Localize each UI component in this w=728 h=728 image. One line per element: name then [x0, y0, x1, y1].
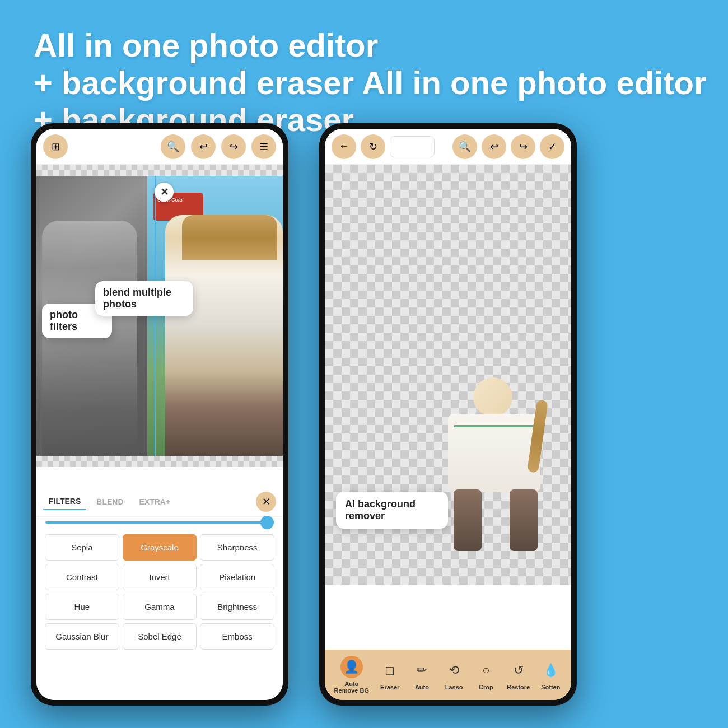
- photo-area-left: Coca-Cola ✕ photofilters: [36, 176, 283, 456]
- phone-left-screen: ⊞ 🔍 ↩ ↪ ☰: [36, 129, 283, 700]
- extracted-person: [431, 372, 554, 551]
- tab-extra[interactable]: EXTRA+: [134, 494, 176, 510]
- phone-right-screen: ← ↻ 🔍 ↩ ↪ ✓: [325, 129, 571, 700]
- legs-shape: [454, 489, 482, 551]
- close-compare-button[interactable]: ✕: [155, 183, 174, 202]
- filter-pixelation[interactable]: Pixelation: [200, 564, 274, 590]
- undo-icon-right: ↩: [490, 141, 498, 153]
- filter-slider[interactable]: [45, 521, 274, 524]
- redo-icon-right: ↪: [519, 141, 528, 153]
- tool-lasso[interactable]: ⟲ Lasso: [443, 659, 465, 690]
- search-button-right[interactable]: 🔍: [452, 134, 477, 159]
- auto-remove-icon: 👤: [340, 656, 363, 678]
- redo-button-right[interactable]: ↪: [511, 134, 535, 159]
- search-icon-right: 🔍: [459, 141, 471, 153]
- confirm-button-right[interactable]: ✓: [540, 134, 564, 159]
- tool-soften[interactable]: 💧 Soften: [539, 659, 562, 690]
- necklace-shape: [454, 425, 535, 427]
- tool-eraser[interactable]: ◻ Eraser: [379, 659, 401, 690]
- callout-blend: blend multiplephotos: [95, 281, 193, 316]
- refresh-icon: ↻: [369, 141, 377, 153]
- left-toolbar: ⊞ 🔍 ↩ ↪ ☰: [36, 129, 283, 165]
- person-shape-right: [431, 372, 554, 551]
- undo-icon-left: ↩: [199, 141, 208, 153]
- crop-label: Crop: [479, 684, 493, 690]
- filter-invert[interactable]: Invert: [123, 564, 197, 590]
- soften-icon: 💧: [539, 659, 562, 682]
- callout-ai-text: AI backgroundremover: [345, 498, 416, 521]
- phone-right: ← ↻ 🔍 ↩ ↪ ✓: [319, 123, 577, 706]
- bottom-toolbar-right: 👤 AutoRemove BG ◻ Eraser ✏ Auto ⟲ Lasso …: [325, 650, 571, 700]
- close-panel-icon: ✕: [262, 496, 270, 508]
- auto-icon: ✏: [410, 659, 433, 682]
- layers-icon: ⊞: [52, 141, 60, 153]
- lasso-icon: ⟲: [443, 659, 465, 682]
- photo-color-half: Coca-Cola: [147, 176, 283, 456]
- search-button-left[interactable]: 🔍: [161, 134, 185, 159]
- back-icon: ←: [339, 141, 349, 152]
- filter-grayscale[interactable]: Grayscale: [123, 534, 197, 561]
- filter-gamma[interactable]: Gamma: [123, 594, 197, 620]
- menu-button-left[interactable]: ☰: [251, 134, 276, 159]
- tool-restore[interactable]: ↺ Restore: [507, 659, 530, 690]
- person-hair: [182, 215, 277, 260]
- filter-contrast[interactable]: Contrast: [45, 564, 119, 590]
- slider-row: [36, 517, 283, 528]
- eraser-label: Eraser: [380, 684, 399, 690]
- filter-sepia[interactable]: Sepia: [45, 534, 119, 561]
- size-input[interactable]: [390, 136, 435, 157]
- legs-shape2: [510, 489, 538, 551]
- phone-left: ⊞ 🔍 ↩ ↪ ☰: [31, 123, 288, 706]
- menu-icon-left: ☰: [259, 141, 268, 153]
- back-button-right[interactable]: ←: [332, 134, 356, 159]
- undo-button-right[interactable]: ↩: [482, 134, 506, 159]
- tool-auto-remove[interactable]: 👤 AutoRemove BG: [334, 656, 369, 694]
- eraser-icon: ◻: [379, 659, 401, 682]
- photo-area-right: AI backgroundremover: [325, 165, 571, 585]
- crop-icon: ○: [475, 659, 497, 682]
- filter-gaussian-blur[interactable]: Gaussian Blur: [45, 623, 119, 650]
- refresh-button-right[interactable]: ↻: [361, 134, 385, 159]
- person-gray: [42, 221, 137, 456]
- tool-crop[interactable]: ○ Crop: [475, 659, 497, 690]
- checker-strip-mid: [36, 456, 283, 467]
- layers-button[interactable]: ⊞: [43, 134, 68, 159]
- slider-thumb[interactable]: [260, 516, 274, 529]
- right-toolbar: ← ↻ 🔍 ↩ ↪ ✓: [325, 129, 571, 165]
- hero-title: All in one photo editor + background era…: [34, 27, 707, 139]
- filter-brightness[interactable]: Brightness: [200, 594, 274, 620]
- hero-title-text: All in one photo editor + background era…: [34, 27, 378, 101]
- callout-ai: AI backgroundremover: [336, 492, 448, 529]
- head-shape: [473, 377, 512, 417]
- compare-divider: [155, 176, 156, 456]
- bottom-panel-left: FILTERS BLEND EXTRA+ ✕ Sepia Grayscale S…: [36, 487, 283, 700]
- restore-icon: ↺: [507, 659, 530, 682]
- close-panel-button[interactable]: ✕: [256, 492, 276, 512]
- callout-filters-text: photofilters: [50, 309, 78, 332]
- person-color: [165, 215, 283, 456]
- filter-hue[interactable]: Hue: [45, 594, 119, 620]
- lasso-label: Lasso: [445, 684, 463, 690]
- redo-button-left[interactable]: ↪: [221, 134, 246, 159]
- check-icon-right: ✓: [548, 141, 557, 153]
- callout-blend-text: blend multiplephotos: [103, 287, 171, 310]
- search-icon-left: 🔍: [167, 141, 179, 153]
- tab-blend[interactable]: BLEND: [91, 494, 129, 510]
- tool-auto[interactable]: ✏ Auto: [410, 659, 433, 690]
- undo-button-left[interactable]: ↩: [191, 134, 216, 159]
- filter-sobel-edge[interactable]: Sobel Edge: [123, 623, 197, 650]
- filters-grid: Sepia Grayscale Sharpness Contrast Inver…: [36, 528, 283, 656]
- auto-label: Auto: [415, 684, 429, 690]
- filter-sharpness[interactable]: Sharpness: [200, 534, 274, 561]
- auto-remove-label: AutoRemove BG: [334, 680, 369, 694]
- soften-label: Soften: [541, 684, 560, 690]
- tab-filters[interactable]: FILTERS: [43, 493, 86, 510]
- redo-icon-left: ↪: [230, 141, 238, 153]
- restore-label: Restore: [507, 684, 530, 690]
- filter-emboss[interactable]: Emboss: [200, 623, 274, 650]
- checker-strip-top: [36, 165, 283, 176]
- tabs-row: FILTERS BLEND EXTRA+ ✕: [36, 487, 283, 517]
